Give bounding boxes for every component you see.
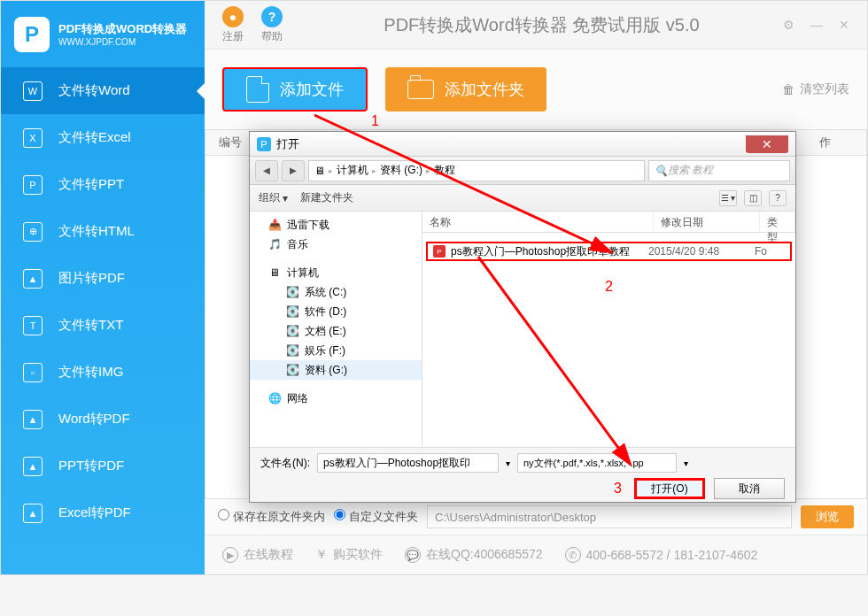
sidebar-item-3[interactable]: ⊕文件转HTML (1, 208, 205, 255)
dialog-cancel-button[interactable]: 取消 (714, 478, 785, 499)
sidebar-item-9[interactable]: ▲Excel转PDF (1, 489, 205, 536)
tree-computer: 🖥计算机 (250, 263, 422, 282)
tree-network: 🌐网络 (250, 389, 422, 408)
settings-icon[interactable]: ⚙ (783, 18, 794, 32)
register-button[interactable]: ● 注册 (222, 6, 244, 44)
computer-icon: 🖥 (314, 165, 325, 177)
dialog-open-button[interactable]: 打开(O) (634, 478, 705, 499)
tree-drive: 💽软件 (D:) (250, 302, 422, 321)
sidebar-icon: ▲ (23, 504, 43, 523)
header: ● 注册 ? 帮助 PDF转换成Word转换器 免费试用版 v5.0 ⚙ — ✕ (205, 1, 867, 50)
output-row: 保存在原文件夹内 自定义文件夹 浏览 (205, 499, 867, 535)
annotation-3: 3 (614, 481, 622, 497)
folder-icon (407, 80, 434, 99)
sidebar-icon: W (23, 81, 43, 101)
logo: P PDF转换成WORD转换器 WWW.XJPDF.COM (1, 1, 205, 67)
tree-item: 📥迅雷下载 (250, 215, 422, 235)
dialog-toolbar: 组织 ▾ 新建文件夹 ☰ ▾ ◫ ? (250, 185, 795, 212)
col-number: 编号 (219, 135, 242, 150)
sidebar-item-4[interactable]: ▲图片转PDF (1, 255, 205, 302)
dialog-app-icon: P (257, 137, 271, 151)
preview-pane-button[interactable]: ◫ (744, 190, 762, 206)
file-row[interactable]: Pps教程入门—Photoshop抠取印章教程 2015/4/20 9:48 F… (426, 242, 792, 261)
tree-drive: 💽娱乐 (F:) (250, 341, 422, 360)
tree-drive: 💽文档 (E:) (250, 321, 422, 341)
new-folder-button[interactable]: 新建文件夹 (300, 190, 353, 205)
tutorial-link[interactable]: ▶在线教程 (222, 547, 293, 563)
annotation-1: 1 (371, 113, 379, 129)
filename-input[interactable] (317, 453, 499, 473)
footer: ▶在线教程 ￥购买软件 💬在线QQ:4006685572 ✆400-668-55… (205, 535, 867, 574)
breadcrumb[interactable]: 🖥▸ 计算机▸ 资料 (G:)▸ 教程 (308, 160, 645, 181)
file-list: Pps教程入门—Photoshop抠取印章教程 2015/4/20 9:48 F… (422, 233, 795, 447)
sidebar-icon: X (23, 128, 43, 148)
tree-drive: 💽资料 (G:) (250, 360, 422, 380)
play-icon: ▶ (222, 547, 238, 563)
dialog-titlebar[interactable]: P 打开 ✕ (250, 132, 795, 157)
app-title: PDF转换成Word转换器 免费试用版 v5.0 (300, 13, 783, 37)
sidebar-icon: T (23, 316, 43, 335)
add-file-button[interactable]: 添加文件 1 (222, 67, 368, 112)
nav-back-button[interactable]: ◄ (255, 160, 278, 181)
toolbar: 添加文件 1 添加文件夹 🗑 清空列表 (205, 50, 867, 129)
nav-forward-button[interactable]: ► (282, 160, 305, 181)
phone-icon: ✆ (565, 547, 581, 563)
chat-icon: 💬 (405, 547, 421, 563)
trash-icon: 🗑 (782, 82, 794, 96)
sidebar-item-8[interactable]: ▲PPT转PDF (1, 443, 205, 489)
dialog-footer: 文件名(N): ▾ ▾ 3 打开(O) 取消 (250, 447, 795, 502)
sidebar-item-7[interactable]: ▲Word转PDF (1, 396, 205, 443)
sidebar-item-1[interactable]: X文件转Excel (1, 114, 205, 161)
sidebar-icon: ⊕ (23, 222, 43, 242)
tree-item: 🎵音乐 (250, 235, 422, 254)
help-button[interactable]: ? 帮助 (261, 6, 283, 44)
clear-list-button[interactable]: 🗑 清空列表 (782, 81, 849, 97)
custom-folder-radio[interactable]: 自定义文件夹 (334, 509, 418, 525)
browse-button[interactable]: 浏览 (801, 505, 854, 528)
tree-drive: 💽系统 (C:) (250, 282, 422, 302)
buy-link[interactable]: ￥购买软件 (315, 547, 383, 563)
sidebar-item-2[interactable]: P文件转PPT (1, 161, 205, 208)
file-filter-dropdown[interactable] (517, 453, 677, 473)
logo-icon: P (14, 17, 50, 52)
add-folder-button[interactable]: 添加文件夹 (385, 67, 546, 112)
file-list-header: 名称 修改日期 类型 (422, 212, 795, 233)
output-path-input[interactable] (427, 505, 792, 528)
sidebar-icon: ▫ (23, 363, 43, 382)
minimize-icon[interactable]: — (810, 18, 823, 32)
col-action: 作 (819, 135, 831, 150)
sidebar-item-0[interactable]: W文件转Word (1, 67, 205, 114)
qq-contact[interactable]: 💬在线QQ:4006685572 (405, 547, 543, 563)
file-icon (246, 76, 269, 103)
logo-title: PDF转换成WORD转换器 (58, 21, 187, 37)
annotation-2: 2 (422, 279, 795, 295)
sidebar-item-6[interactable]: ▫文件转IMG (1, 349, 205, 396)
logo-url: WWW.XJPDF.COM (58, 37, 187, 47)
dialog-close-button[interactable]: ✕ (746, 135, 788, 153)
pdf-icon: P (433, 245, 446, 258)
user-icon: ● (222, 6, 244, 27)
sidebar-icon: ▲ (23, 457, 43, 476)
close-icon[interactable]: ✕ (839, 18, 849, 32)
sidebar-icon: P (23, 175, 43, 195)
sidebar-icon: ▲ (23, 410, 43, 429)
organize-button[interactable]: 组织 ▾ (259, 190, 288, 205)
help-icon: ? (261, 6, 283, 27)
keep-folder-radio[interactable]: 保存在原文件夹内 (218, 509, 325, 525)
sidebar-icon: ▲ (23, 269, 43, 289)
sidebar-item-5[interactable]: T文件转TXT (1, 302, 205, 349)
dialog-nav: ◄ ► 🖥▸ 计算机▸ 资料 (G:)▸ 教程 🔍 搜索 教程 (250, 157, 795, 185)
filename-label: 文件名(N): (260, 456, 310, 471)
sidebar: P PDF转换成WORD转换器 WWW.XJPDF.COM W文件转WordX文… (1, 1, 205, 574)
search-input[interactable]: 🔍 搜索 教程 (648, 160, 790, 181)
open-file-dialog: P 打开 ✕ ◄ ► 🖥▸ 计算机▸ 资料 (G:)▸ 教程 🔍 搜索 教程 组… (249, 131, 796, 503)
view-mode-button[interactable]: ☰ ▾ (719, 190, 737, 206)
folder-tree[interactable]: 📥迅雷下载 🎵音乐 🖥计算机 💽系统 (C:) 💽软件 (D:) 💽文档 (E:… (250, 212, 422, 447)
yen-icon: ￥ (315, 547, 328, 563)
help-icon-button[interactable]: ? (769, 190, 787, 206)
phone-contact[interactable]: ✆400-668-5572 / 181-2107-4602 (565, 547, 758, 563)
